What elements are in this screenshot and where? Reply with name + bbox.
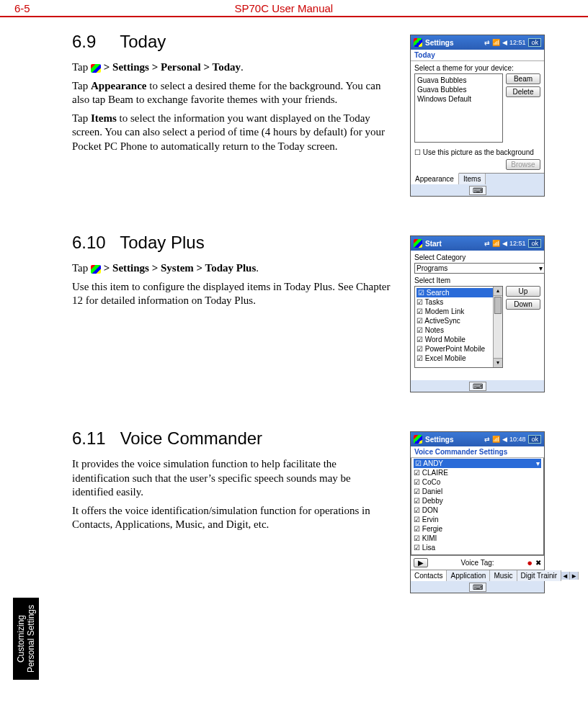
up-button[interactable]: Up: [506, 286, 540, 297]
signal-icon[interactable]: 📶: [492, 39, 500, 46]
chevron-down-icon[interactable]: ▾: [536, 459, 540, 468]
scroll-thumb[interactable]: [494, 297, 502, 314]
list-item[interactable]: ☑ ANDY▾: [414, 459, 541, 468]
list-item[interactable]: Modem Link: [416, 307, 501, 316]
titlebar-text: Settings: [425, 436, 482, 444]
ppc-titlebar[interactable]: Start ⇄ 📶 ◀ 12:51 ok: [411, 236, 544, 251]
side-tab-line1: Customizing: [16, 615, 26, 637]
manual-title: SP70C User Manual: [30, 2, 538, 14]
chevron-down-icon: ▾: [539, 264, 543, 272]
list-item[interactable]: Lisa: [414, 543, 541, 552]
down-button[interactable]: Down: [506, 299, 540, 310]
list-item[interactable]: Ervin: [414, 515, 541, 524]
side-tab-line2: Personal Settings: [26, 605, 36, 637]
tab-contacts[interactable]: Contacts: [411, 570, 447, 581]
clock-text[interactable]: 12:51: [509, 240, 526, 247]
start-flag-icon[interactable]: [414, 239, 422, 248]
scroll-up-icon[interactable]: ▴: [494, 287, 502, 296]
connectivity-icon[interactable]: ⇄: [484, 39, 490, 46]
start-flag-icon: [91, 265, 101, 274]
sip-keyboard-icon[interactable]: ⌨: [469, 583, 486, 592]
tab-strip: Contacts Application Music Digit Trainir…: [411, 570, 544, 581]
list-item[interactable]: KIMI: [414, 534, 541, 543]
tab-digit-training[interactable]: Digit Trainir: [517, 570, 562, 581]
theme-item[interactable]: Guava Bubbles: [417, 76, 500, 85]
speaker-icon[interactable]: ◀: [502, 436, 507, 443]
list-item[interactable]: Daniel: [414, 487, 541, 496]
heading-title: Today Plus: [120, 233, 204, 252]
screenshot-today-settings: Settings ⇄ 📶 ◀ 12:51 ok Today Select a t…: [410, 35, 545, 197]
signal-icon[interactable]: 📶: [492, 436, 500, 443]
tab-appearance[interactable]: Appearance: [411, 173, 459, 184]
clock-text[interactable]: 12:51: [509, 39, 526, 46]
list-item[interactable]: Word Mobile: [416, 335, 501, 344]
list-item[interactable]: Debby: [414, 496, 541, 505]
contacts-listbox[interactable]: ☑ ANDY▾ CLAIRE CoCo Daniel Debby DON Erv…: [411, 458, 544, 555]
tab-music[interactable]: Music: [490, 570, 517, 581]
delete-button[interactable]: Delete: [506, 86, 540, 97]
ok-button[interactable]: ok: [528, 435, 541, 444]
category-dropdown[interactable]: Programs ▾: [414, 263, 545, 274]
s611-p1: It provides the voice simulation functio…: [72, 457, 394, 500]
scroll-down-icon[interactable]: ▾: [494, 358, 502, 367]
ppc-titlebar[interactable]: Settings ⇄ 📶 ◀ 12:51 ok: [411, 35, 544, 50]
connectivity-icon[interactable]: ⇄: [484, 240, 490, 247]
sip-keyboard-icon[interactable]: ⌨: [469, 382, 486, 391]
list-item[interactable]: CLAIRE: [414, 468, 541, 477]
s69-p1: Tap > Settings > Personal > Today.: [72, 60, 394, 75]
scrollbar[interactable]: ▴ ▾: [493, 287, 502, 367]
list-item[interactable]: Tasks: [416, 297, 501, 307]
voice-tag-bar: ▶ Voice Tag: ● ✖: [411, 555, 544, 570]
theme-listbox[interactable]: Guava Bubbles Guava Bubbles Windows Defa…: [414, 73, 503, 143]
titlebar-text: Settings: [425, 39, 482, 47]
ok-button[interactable]: ok: [528, 38, 541, 47]
ppc-titlebar[interactable]: Settings ⇄ 📶 ◀ 10:48 ok: [411, 432, 544, 446]
play-button[interactable]: ▶: [414, 558, 428, 567]
voice-tag-label: Voice Tag:: [431, 559, 524, 567]
connectivity-icon[interactable]: ⇄: [484, 436, 490, 443]
tab-application[interactable]: Application: [447, 570, 490, 581]
record-icon[interactable]: ●: [527, 557, 533, 568]
list-item[interactable]: Notes: [416, 325, 501, 335]
list-item[interactable]: ☑ Search: [416, 288, 501, 297]
section-voice-commander: 6.11 Voice Commander It provides the voi…: [72, 428, 545, 593]
clock-text[interactable]: 10:48: [509, 436, 526, 443]
list-item[interactable]: Fergie: [414, 524, 541, 534]
theme-item[interactable]: Windows Default: [417, 94, 500, 104]
speaker-icon[interactable]: ◀: [502, 240, 507, 247]
item-label: Select Item: [414, 277, 540, 284]
section-today-plus: 6.10 Today Plus Tap > Settings > System …: [72, 233, 545, 392]
screenshot-voice-commander: Settings ⇄ 📶 ◀ 10:48 ok Voice Commander …: [410, 431, 545, 593]
speaker-icon[interactable]: ◀: [502, 39, 507, 46]
sip-keyboard-icon[interactable]: ⌨: [469, 186, 486, 195]
heading-number: 6.10: [72, 233, 115, 253]
start-flag-icon: [91, 64, 101, 73]
heading-number: 6.11: [72, 428, 115, 449]
dropdown-value: Programs: [416, 264, 447, 272]
heading-title: Today: [120, 32, 166, 51]
heading-title: Voice Commander: [120, 428, 262, 448]
ok-button[interactable]: ok: [528, 239, 541, 248]
list-item[interactable]: ActiveSync: [416, 316, 501, 325]
start-flag-icon[interactable]: [414, 38, 422, 47]
s610-p2: Use this item to configure the displayed…: [72, 280, 394, 308]
list-item[interactable]: PowerPoint Mobile: [416, 344, 501, 354]
background-picture-checkbox[interactable]: ☐ Use this picture as the background: [414, 148, 540, 156]
delete-tag-icon[interactable]: ✖: [535, 559, 541, 567]
tab-items[interactable]: Items: [459, 174, 486, 184]
list-item[interactable]: Excel Mobile: [416, 354, 501, 363]
tab-scroll-right-icon[interactable]: ▸: [570, 572, 579, 580]
tab-scroll-left-icon[interactable]: ◂: [561, 572, 570, 580]
start-flag-icon[interactable]: [414, 435, 422, 444]
beam-button[interactable]: Beam: [506, 73, 540, 84]
items-listbox[interactable]: ☑ Search Tasks Modem Link ActiveSync Not…: [414, 286, 503, 368]
theme-item[interactable]: Guava Bubbles: [417, 85, 500, 94]
screenshot-today-plus: Start ⇄ 📶 ◀ 12:51 ok Select Category Pro…: [410, 235, 545, 392]
theme-label: Select a theme for your device:: [414, 64, 540, 72]
list-item[interactable]: DON: [414, 505, 541, 515]
list-item[interactable]: CoCo: [414, 477, 541, 487]
screen-title: Voice Commander Settings: [411, 446, 544, 458]
browse-button: Browse: [506, 159, 540, 170]
signal-icon[interactable]: 📶: [492, 240, 500, 247]
section-6-11-heading: 6.11 Voice Commander: [72, 428, 394, 449]
